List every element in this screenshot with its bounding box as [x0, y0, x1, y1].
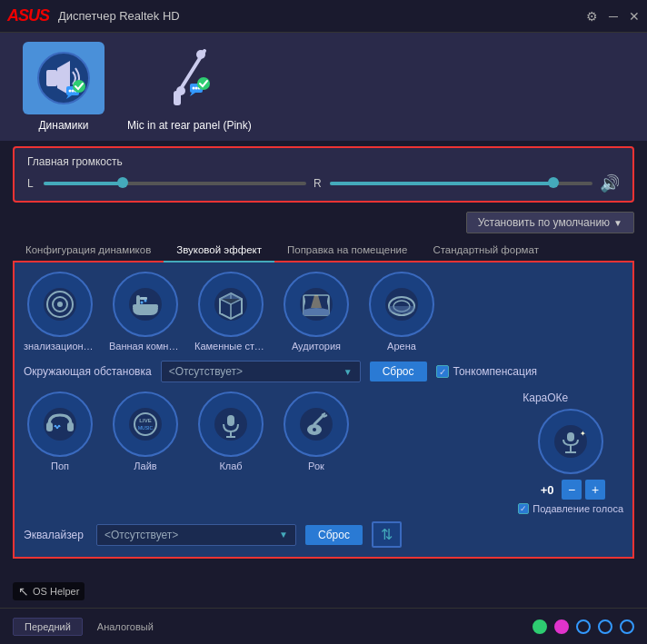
- set-default-button[interactable]: Установить по умолчанию ▼: [466, 212, 634, 233]
- asus-logo: ASUS: [7, 6, 49, 25]
- connector-dot-magenta: [554, 619, 569, 634]
- left-channel-label: L: [27, 177, 36, 190]
- club-svg: [209, 402, 253, 446]
- device-row: Динамики Mic in at rear pan: [0, 33, 647, 141]
- arena-label: Арена: [387, 341, 416, 352]
- titlebar: ASUS Диспетчер Realtek HD ⚙ ─ ✕: [0, 0, 647, 33]
- device-speakers[interactable]: Динамики: [18, 42, 109, 132]
- effects-panel: знализационная труб Ванная комната: [13, 263, 634, 559]
- auditorium-icon: [284, 272, 349, 337]
- live-icon: LIVE MUSIC: [113, 391, 178, 457]
- bath-label: Ванная комната: [109, 341, 182, 352]
- environment-effects-row: знализационная труб Ванная комната: [24, 272, 623, 352]
- svg-rect-45: [227, 415, 234, 426]
- eq-settings-icon: ⇅: [381, 527, 393, 542]
- env-dropdown-arrow: ▼: [343, 367, 353, 377]
- bath-icon: [113, 272, 178, 337]
- rock-icon: [284, 391, 349, 457]
- speaker-label: Динамики: [38, 119, 88, 132]
- svg-point-15: [193, 87, 195, 90]
- eq-reset-button[interactable]: Сброс: [305, 525, 363, 545]
- suppress-label-text: Подавление голоса: [533, 503, 623, 514]
- tab-config[interactable]: Конфигурация динамиков: [13, 239, 164, 263]
- svg-point-53: [313, 428, 316, 431]
- live-label: Лайв: [134, 461, 156, 471]
- eq-dropdown[interactable]: <Отсутствует> ▼: [96, 524, 296, 546]
- svg-marker-14: [190, 93, 195, 96]
- karaoke-minus-button[interactable]: −: [562, 480, 582, 500]
- pipe-svg: [38, 282, 82, 326]
- environment-label: Окружающая обстановка: [24, 365, 152, 378]
- environment-dropdown[interactable]: <Отсутствует> ▼: [161, 361, 361, 382]
- svg-point-6: [72, 90, 75, 93]
- left-volume-slider[interactable]: [44, 182, 306, 185]
- effect-pop[interactable]: Поп: [24, 391, 96, 471]
- mic-label: Mic in at rear panel (Pink): [127, 119, 252, 132]
- karaoke-plus-button[interactable]: +: [585, 480, 605, 500]
- auditorium-svg: [294, 282, 338, 326]
- front-tab-button[interactable]: Передний: [13, 618, 83, 636]
- pop-label: Поп: [51, 461, 69, 471]
- volume-icon[interactable]: 🔊: [600, 173, 620, 193]
- svg-rect-39: [67, 422, 74, 431]
- cursor-icon: ↖: [18, 584, 29, 599]
- close-icon[interactable]: ✕: [629, 9, 640, 24]
- eq-karaoke-row: Поп LIVE MUSIC Лайв: [24, 391, 623, 514]
- effect-arena[interactable]: Арена: [365, 272, 438, 352]
- club-icon: [198, 391, 264, 457]
- eq-dropdown-arrow: ▼: [279, 530, 288, 540]
- svg-text:MUSIC: MUSIC: [138, 425, 154, 431]
- live-svg: LIVE MUSIC: [124, 402, 167, 446]
- env-reset-button[interactable]: Сброс: [370, 362, 427, 381]
- minimize-icon[interactable]: ─: [609, 9, 618, 24]
- effect-club[interactable]: Клаб: [194, 391, 267, 471]
- stone-svg: [209, 282, 253, 326]
- karaoke-icon: ✦: [538, 409, 603, 474]
- effect-rock[interactable]: Рок: [280, 391, 353, 471]
- svg-point-16: [195, 87, 198, 90]
- mic-icon-wrap: [148, 42, 230, 114]
- svg-rect-38: [46, 422, 53, 431]
- voice-suppress-label[interactable]: ✓ Подавление голоса: [518, 503, 623, 514]
- stone-icon: [198, 272, 264, 337]
- gear-icon[interactable]: ⚙: [586, 9, 598, 24]
- arena-svg: [380, 282, 423, 326]
- rock-svg: [294, 402, 338, 446]
- pipe-icon: [27, 272, 93, 337]
- auditorium-label: Аудитория: [292, 341, 341, 352]
- effect-pipe[interactable]: знализационная труб: [24, 272, 96, 352]
- connector-dot-green: [533, 619, 547, 634]
- svg-point-5: [69, 90, 72, 93]
- pop-svg: [38, 402, 82, 446]
- tab-effects[interactable]: Звуковой эффект: [164, 239, 274, 263]
- eq-settings-button[interactable]: ⇅: [372, 521, 402, 548]
- connector-dots: [533, 619, 634, 634]
- effect-auditorium[interactable]: Аудитория: [280, 272, 353, 352]
- watermark-text: OS Helper: [33, 586, 79, 597]
- svg-point-22: [57, 302, 63, 307]
- default-button-label: Установить по умолчанию: [478, 216, 610, 229]
- main-volume-slider[interactable]: [330, 182, 592, 185]
- suppress-check-icon: ✓: [518, 503, 529, 514]
- dropdown-arrow-icon: ▼: [613, 218, 622, 228]
- tab-room[interactable]: Поправка на помещение: [274, 239, 420, 263]
- tone-compensation-checkbox[interactable]: ✓ Тонкомпенсация: [436, 365, 538, 378]
- svg-point-28: [144, 300, 147, 302]
- svg-rect-55: [567, 432, 574, 441]
- device-mic[interactable]: Mic in at rear panel (Pink): [127, 42, 252, 132]
- svg-point-10: [196, 50, 205, 59]
- tab-format[interactable]: Стандартный формат: [420, 239, 552, 263]
- svg-rect-1: [46, 70, 57, 86]
- connector-dot-blue3: [620, 619, 634, 634]
- app-title: Диспетчер Realtek HD: [58, 9, 180, 23]
- karaoke-controls: +0 − +: [536, 480, 605, 500]
- effect-live[interactable]: LIVE MUSIC Лайв: [109, 391, 182, 471]
- effect-bath[interactable]: Ванная комната: [109, 272, 182, 352]
- volume-row: L R 🔊: [27, 173, 620, 193]
- mic-svg: [161, 42, 217, 114]
- eq-label: Эквалайзер: [24, 529, 87, 541]
- tabs-bar: Конфигурация динамиков Звуковой эффект П…: [13, 239, 634, 263]
- rock-label: Рок: [308, 461, 324, 471]
- effect-stone[interactable]: Каменные стены: [194, 272, 267, 352]
- connector-dot-blue1: [576, 619, 591, 634]
